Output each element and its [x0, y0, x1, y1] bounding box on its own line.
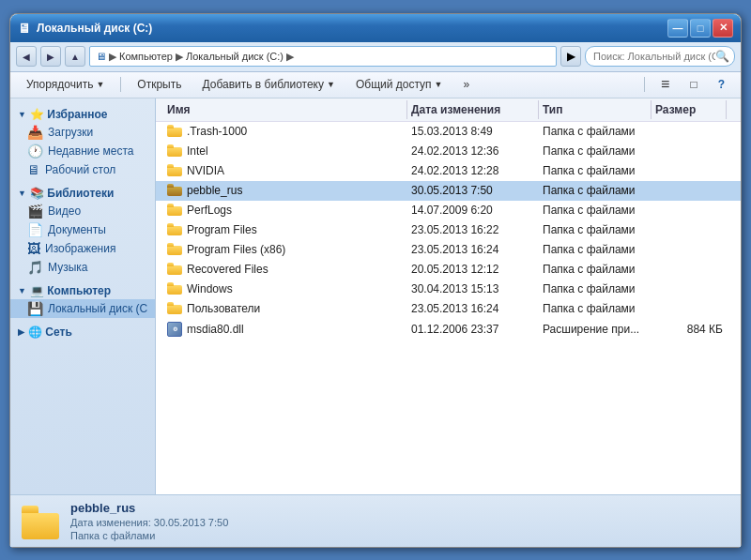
file-date-cell: 15.03.2013 8:49 [407, 123, 539, 140]
share-button[interactable]: Общий доступ ▼ [347, 74, 452, 95]
favorites-arrow-icon: ▼ [18, 110, 26, 119]
sidebar-item-local-disk[interactable]: 💾 Локальный диск (С [10, 299, 155, 318]
file-type-cell: Папка с файлами [539, 241, 651, 258]
file-name-text: Windows [187, 282, 233, 295]
file-type-cell: Папка с файлами [539, 202, 651, 219]
sidebar-item-images-label: Изображения [45, 242, 115, 255]
sidebar-item-images[interactable]: 🖼 Изображения [10, 239, 155, 258]
sidebar-section-favorites-label: ⭐ Избранное [30, 108, 108, 121]
window-controls: — □ ✕ [667, 19, 733, 38]
sidebar-item-video-label: Видео [48, 204, 81, 218]
search-input[interactable] [585, 46, 735, 67]
folder-icon [167, 302, 182, 314]
more-toolbar-button[interactable]: » [454, 74, 478, 95]
column-header-date[interactable]: Дата изменения [407, 100, 539, 119]
maximize-button[interactable]: □ [690, 19, 711, 38]
dll-icon: ⚙ [167, 322, 182, 337]
status-info: pebble_rus Дата изменения: 30.05.2013 7:… [70, 501, 228, 541]
file-name-text: Program Files (x86) [187, 243, 285, 256]
file-date-cell: 20.05.2013 12:12 [407, 261, 539, 278]
network-arrow-icon: ▶ [18, 327, 24, 337]
file-name-text: msdia80.dll [187, 323, 244, 336]
sidebar-item-documents[interactable]: 📄 Документы [10, 220, 155, 239]
sidebar-item-music[interactable]: 🎵 Музыка [10, 258, 155, 277]
toolbar-separator-1 [120, 77, 121, 92]
breadcrumb-drive-label[interactable]: Локальный диск (C:) [186, 51, 284, 62]
file-name-text: pebble_rus [187, 184, 242, 197]
table-row[interactable]: ⚙ msdia80.dll 01.12.2006 23:37 Расширени… [156, 319, 741, 341]
file-date-cell: 23.05.2013 16:24 [407, 300, 539, 317]
sidebar-header-computer[interactable]: ▼ 💻 Компьютер [10, 282, 155, 299]
sidebar-section-favorites: ▼ ⭐ Избранное 📥 Загрузки 🕐 Недавние мест… [10, 106, 155, 179]
sidebar-item-desktop[interactable]: 🖥 Рабочий стол [10, 160, 155, 179]
file-size-cell [651, 169, 727, 173]
table-row[interactable]: Program Files 23.05.2013 16:22 Папка с ф… [156, 220, 741, 240]
breadcrumb-computer-label[interactable]: Компьютер [119, 51, 173, 62]
sidebar-item-desktop-label: Рабочий стол [45, 163, 115, 176]
sidebar-section-computer: ▼ 💻 Компьютер 💾 Локальный диск (С [10, 282, 155, 318]
breadcrumb-computer[interactable]: 🖥 [96, 51, 106, 62]
file-size-cell [651, 149, 727, 153]
preview-pane-button[interactable]: □ [682, 74, 705, 95]
column-header-size[interactable]: Размер [651, 100, 727, 119]
sidebar-item-downloads[interactable]: 📥 Загрузки [10, 123, 155, 142]
forward-button[interactable]: ▶ [40, 46, 61, 67]
close-button[interactable]: ✕ [713, 19, 733, 38]
help-button[interactable]: ? [710, 74, 733, 95]
open-button[interactable]: Открыть [129, 74, 190, 95]
table-row[interactable]: Пользователи 23.05.2013 16:24 Папка с фа… [156, 299, 741, 319]
search-wrapper: 🔍 [585, 46, 735, 67]
folder-icon [167, 223, 182, 235]
table-row[interactable]: NVIDIA 24.02.2013 12:28 Папка с файлами [156, 161, 741, 181]
file-size-cell [651, 129, 727, 133]
file-date-cell: 30.04.2013 15:13 [407, 280, 539, 297]
folder-icon [167, 144, 182, 157]
file-date-cell: 23.05.2013 16:22 [407, 221, 539, 238]
organize-chevron-icon: ▼ [96, 80, 104, 89]
toolbar-separator-2 [644, 77, 645, 92]
table-row[interactable]: PerfLogs 14.07.2009 6:20 Папка с файлами [156, 201, 741, 220]
status-bar: pebble_rus Дата изменения: 30.05.2013 7:… [10, 494, 741, 547]
file-name-text: PerfLogs [187, 204, 232, 217]
file-date-cell: 14.07.2009 6:20 [407, 202, 539, 219]
file-size-cell [651, 248, 727, 251]
file-name-text: Intel [187, 144, 208, 158]
share-chevron-icon: ▼ [435, 80, 443, 89]
back-button[interactable]: ◀ [16, 46, 37, 67]
file-name-text: NVIDIA [187, 164, 224, 177]
sidebar-header-favorites[interactable]: ▼ ⭐ Избранное [10, 106, 155, 123]
main-content: ▼ ⭐ Избранное 📥 Загрузки 🕐 Недавние мест… [10, 98, 741, 494]
minimize-button[interactable]: — [667, 19, 688, 38]
up-button[interactable]: ▲ [65, 46, 85, 67]
add-to-library-button[interactable]: Добавить в библиотеку ▼ [193, 74, 343, 95]
file-type-cell: Папка с файлами [539, 221, 651, 238]
table-row[interactable]: Program Files (x86) 23.05.2013 16:24 Пап… [156, 240, 741, 260]
table-row[interactable]: .Trash-1000 15.03.2013 8:49 Папка с файл… [156, 122, 741, 142]
status-date: Дата изменения: 30.05.2013 7:50 [70, 517, 228, 528]
file-name-cell: Windows [163, 280, 407, 297]
sidebar-header-network[interactable]: ▶ 🌐 Сеть [10, 324, 155, 341]
music-icon: 🎵 [27, 260, 43, 275]
table-row[interactable]: Recovered Files 20.05.2013 12:12 Папка с… [156, 260, 741, 280]
go-button[interactable]: ▶ [560, 46, 581, 67]
table-row[interactable]: Intel 24.02.2013 12:36 Папка с файлами [156, 142, 741, 161]
folder-icon [167, 184, 182, 196]
file-name-text: .Trash-1000 [187, 125, 247, 138]
sidebar-item-recent[interactable]: 🕐 Недавние места [10, 142, 155, 160]
column-header-type[interactable]: Тип [539, 100, 651, 119]
file-type-cell: Папка с файлами [539, 162, 651, 179]
libraries-arrow-icon: ▼ [18, 189, 26, 198]
window-icon: 🖥 [18, 21, 31, 36]
status-folder-icon [22, 502, 59, 539]
table-row[interactable]: Windows 30.04.2013 15:13 Папка с файлами [156, 280, 741, 299]
view-button[interactable]: ≡ [652, 74, 678, 95]
toolbar-right: ≡ □ ? [640, 74, 733, 95]
sidebar-item-video[interactable]: 🎬 Видео [10, 202, 155, 220]
table-row[interactable]: pebble_rus 30.05.2013 7:50 Папка с файла… [156, 181, 741, 201]
file-rows-container: .Trash-1000 15.03.2013 8:49 Папка с файл… [156, 122, 741, 341]
organize-button[interactable]: Упорядочить ▼ [18, 74, 113, 95]
column-header-name[interactable]: Имя [163, 100, 407, 119]
sidebar-header-libraries[interactable]: ▼ 📚 Библиотеки [10, 185, 155, 202]
address-path[interactable]: 🖥 ▶ Компьютер ▶ Локальный диск (C:) ▶ [89, 46, 557, 67]
sidebar-item-downloads-label: Загрузки [48, 126, 93, 139]
